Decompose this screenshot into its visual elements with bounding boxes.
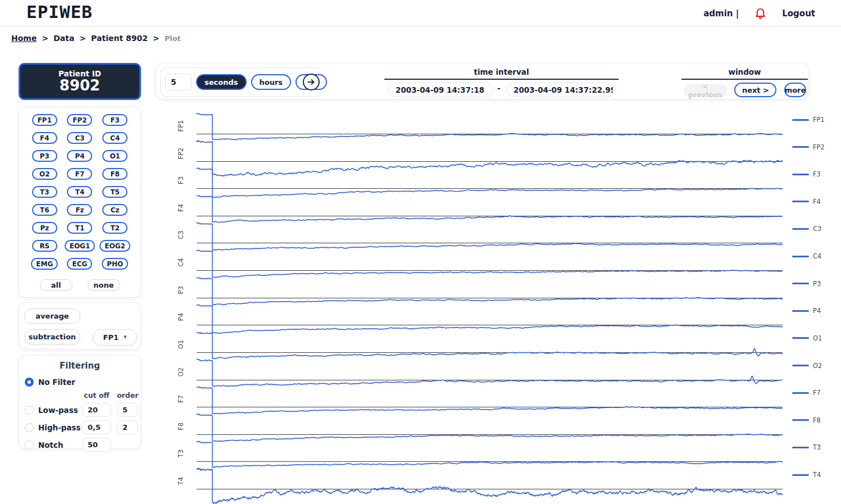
logout-button[interactable]: Logout bbox=[782, 8, 815, 19]
electrode-button-fp2[interactable]: FP2 bbox=[67, 114, 92, 126]
notch-radio[interactable] bbox=[25, 441, 34, 449]
electrode-button-t5[interactable]: T5 bbox=[102, 186, 128, 198]
legend-item-f4: F4 bbox=[792, 197, 821, 206]
legend-dash-icon bbox=[792, 283, 809, 284]
electrode-button-ecg[interactable]: ECG bbox=[67, 258, 92, 270]
channel-label-f7: F7 bbox=[170, 388, 192, 410]
notch-cutoff-input[interactable] bbox=[82, 438, 111, 452]
legend-dash-icon bbox=[792, 447, 809, 448]
electrode-button-eog1[interactable]: EOG1 bbox=[65, 240, 96, 252]
filtering-card: Filtering No Filter cut off order Low-pa… bbox=[19, 355, 141, 449]
unit-button-seconds[interactable]: seconds bbox=[196, 74, 247, 90]
legend-item-c4: C4 bbox=[792, 252, 821, 261]
electrode-button-fp1[interactable]: FP1 bbox=[32, 114, 57, 126]
electrode-button-f8[interactable]: F8 bbox=[102, 168, 128, 180]
legend-dash-icon bbox=[792, 419, 809, 421]
interval-end-input[interactable] bbox=[507, 83, 615, 97]
electrode-button-t3[interactable]: T3 bbox=[32, 186, 57, 198]
legend-dash-icon bbox=[792, 365, 809, 366]
channel-label-f3: F3 bbox=[170, 169, 192, 192]
electrode-button-f3[interactable]: F3 bbox=[102, 114, 128, 126]
electrode-card: FP1FP2F3F4C3C4P3P4O1O2F7F8T3T4T5T6FzCzPz… bbox=[19, 107, 141, 298]
high-pass-radio[interactable] bbox=[25, 423, 34, 432]
electrode-button-t6[interactable]: T6 bbox=[32, 204, 57, 216]
filter-label: Notch bbox=[38, 441, 82, 449]
electrode-button-o2[interactable]: O2 bbox=[32, 168, 57, 180]
interval-separator: - bbox=[497, 84, 501, 93]
legend-label: P4 bbox=[813, 307, 821, 315]
patient-id-value: 8902 bbox=[60, 78, 100, 93]
chevron-down-icon: ▾ bbox=[124, 333, 127, 340]
electrode-button-cz[interactable]: Cz bbox=[102, 204, 128, 216]
legend-label: O1 bbox=[813, 334, 822, 342]
breadcrumb-home[interactable]: Home bbox=[11, 34, 37, 43]
low-pass-order-input[interactable] bbox=[117, 403, 138, 417]
electrode-button-t2[interactable]: T2 bbox=[102, 222, 128, 234]
electrode-button-eog2[interactable]: EOG2 bbox=[99, 240, 130, 252]
filter-row-low-pass: Low-pass bbox=[19, 403, 140, 417]
top-bar: EPIWEB admin | Logout bbox=[0, 0, 841, 27]
electrode-button-pz[interactable]: Pz bbox=[32, 222, 57, 234]
electrode-button-p3[interactable]: P3 bbox=[32, 150, 57, 162]
select-all-button[interactable]: all bbox=[40, 279, 72, 290]
interval-start-input[interactable] bbox=[388, 83, 494, 97]
window-underline bbox=[681, 79, 808, 80]
electrode-button-t4[interactable]: T4 bbox=[67, 186, 92, 198]
legend-item-p4: P4 bbox=[792, 306, 821, 315]
window-size-input[interactable] bbox=[165, 74, 192, 90]
eeg-plot-canvas bbox=[169, 106, 841, 504]
next-window-button[interactable]: next > bbox=[734, 83, 776, 97]
breadcrumb-separator: > bbox=[79, 34, 86, 43]
legend-label: T3 bbox=[813, 443, 821, 451]
order-header: order bbox=[117, 391, 138, 399]
subtraction-channel-select[interactable]: FP1 ▾ bbox=[93, 329, 137, 346]
high-pass-order-input[interactable] bbox=[117, 420, 138, 434]
filter-headers: cut off order bbox=[19, 391, 140, 399]
breadcrumb-patient[interactable]: Patient 8902 bbox=[91, 34, 148, 43]
breadcrumb-data[interactable]: Data bbox=[53, 34, 74, 43]
electrode-button-o1[interactable]: O1 bbox=[102, 150, 128, 162]
legend-item-o2: O2 bbox=[792, 361, 822, 370]
low-pass-cutoff-input[interactable] bbox=[82, 403, 111, 417]
low-pass-radio[interactable] bbox=[25, 406, 34, 415]
electrode-button-c4[interactable]: C4 bbox=[102, 132, 128, 144]
electrode-button-c3[interactable]: C3 bbox=[67, 132, 92, 144]
reference-card: average subtraction FP1 ▾ bbox=[19, 302, 141, 349]
channel-label-t4: T4 bbox=[170, 470, 192, 492]
filter-rows: Low-passHigh-passNotch bbox=[19, 403, 140, 452]
legend-item-p3: P3 bbox=[792, 279, 821, 288]
electrode-button-f4[interactable]: F4 bbox=[32, 132, 57, 144]
electrode-button-rs[interactable]: RS bbox=[32, 240, 57, 252]
electrode-button-fz[interactable]: Fz bbox=[67, 204, 92, 216]
legend-item-fp2: FP2 bbox=[792, 143, 825, 152]
more-button[interactable]: more bbox=[784, 83, 806, 97]
unit-button-hours[interactable]: hours bbox=[251, 74, 292, 90]
electrode-button-pho[interactable]: PHO bbox=[102, 258, 128, 270]
legend-label: FP1 bbox=[813, 116, 825, 124]
apply-window-button[interactable] bbox=[303, 74, 320, 90]
channel-label-fp2: FP2 bbox=[170, 142, 192, 165]
no-filter-label: No Filter bbox=[38, 378, 82, 387]
select-none-button[interactable]: none bbox=[88, 279, 120, 290]
electrode-button-f7[interactable]: F7 bbox=[67, 168, 92, 180]
time-interval-underline bbox=[384, 79, 619, 80]
channel-label-o2: O2 bbox=[170, 361, 192, 383]
legend-dash-icon bbox=[792, 256, 809, 257]
filtering-title: Filtering bbox=[19, 361, 140, 371]
previous-window-button[interactable]: < previous bbox=[684, 84, 727, 97]
electrode-button-p4[interactable]: P4 bbox=[67, 150, 92, 162]
legend-dash-icon bbox=[792, 474, 809, 476]
electrode-button-t1[interactable]: T1 bbox=[67, 222, 92, 234]
username-label: admin | bbox=[703, 8, 739, 19]
no-filter-radio[interactable] bbox=[25, 378, 34, 387]
legend-item-f7: F7 bbox=[792, 388, 821, 397]
app-logo: EPIWEB bbox=[26, 2, 93, 22]
subtraction-button[interactable]: subtraction bbox=[24, 329, 80, 344]
average-button[interactable]: average bbox=[24, 308, 80, 324]
legend-dash-icon bbox=[792, 310, 809, 312]
high-pass-cutoff-input[interactable] bbox=[82, 420, 111, 434]
electrode-button-emg[interactable]: EMG bbox=[31, 258, 58, 270]
legend-label: O2 bbox=[813, 362, 822, 370]
notifications-bell-icon[interactable] bbox=[754, 7, 767, 20]
legend-item-o1: O1 bbox=[792, 334, 822, 343]
